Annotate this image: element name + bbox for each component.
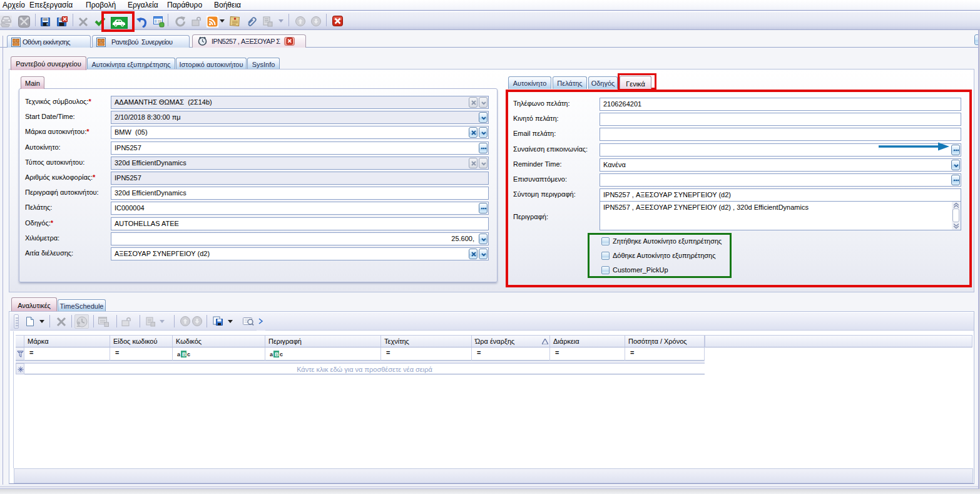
svg-text:c: c xyxy=(187,351,190,358)
svg-text:B: B xyxy=(182,351,186,358)
svg-text:B: B xyxy=(275,351,279,358)
svg-text:a: a xyxy=(270,351,273,358)
svg-text:a: a xyxy=(177,351,181,358)
svg-text:c: c xyxy=(280,351,283,358)
